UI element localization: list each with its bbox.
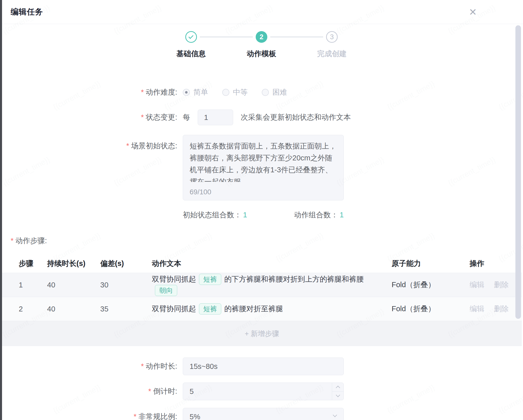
stepper-connector [200, 36, 253, 37]
action-steps-section-label: 动作步骤: [11, 236, 523, 246]
radio-icon [262, 89, 269, 96]
difficulty-row: 动作难度: 简单 中等 困难 [2, 86, 523, 99]
step-active-circle: 2 [256, 31, 267, 43]
edit-link[interactable]: 编辑 [470, 305, 484, 313]
initial-state-content: 短裤五条数据背面朝上，五条数据正面朝上，裤腰朝右，离头部视野下方至少20cm之外… [183, 135, 344, 200]
required-asterisk [141, 113, 146, 121]
edit-link[interactable]: 编辑 [470, 281, 484, 289]
cell-offset: 35 [100, 305, 152, 313]
step-number: 2 [259, 33, 263, 41]
radio-label: 简单 [193, 87, 208, 97]
char-counter: 69/100 [190, 188, 211, 196]
state-change-input[interactable] [198, 110, 233, 125]
action-duration-input-box [183, 358, 344, 375]
cell-action-text: 双臂协同抓起 短裤 的下方裤腿和裤腰对折到上方的裤腿和裤腰 朝向 [152, 274, 392, 296]
unusual-ratio-content [183, 408, 344, 420]
initial-state-textarea[interactable]: 短裤五条数据背面朝上，五条数据正面朝上，裤腰朝右，离头部视野下方至少20cm之外… [183, 135, 344, 182]
required-asterisk [134, 412, 138, 420]
state-change-row: 状态变更: 每 次采集会更新初始状态和动作文本 [2, 110, 523, 125]
required-asterisk [141, 362, 146, 370]
step-action-template: 2 动作模板 [226, 31, 297, 59]
countdown-input[interactable] [183, 383, 344, 400]
cell-duration: 40 [47, 305, 100, 313]
action-combo-label: 动作组合数： [294, 211, 338, 219]
cell-step: 2 [19, 305, 47, 313]
cell-duration: 40 [47, 281, 100, 289]
action-text: 双臂协同抓起 [152, 304, 196, 314]
action-text: 的裤腰对折至裤腿 [224, 304, 283, 314]
orientation-tag: 朝向 [155, 285, 177, 296]
cell-ops: 编辑 删除 [470, 304, 519, 314]
col-offset: 偏差(s) [100, 259, 152, 269]
initial-state-textarea-box: 短裤五条数据背面朝上，五条数据正面朝上，裤腰朝右，离头部视野下方至少20cm之外… [183, 135, 344, 200]
close-button[interactable]: ✕ [466, 6, 479, 19]
action-combo: 动作组合数：1 [294, 210, 344, 220]
cell-ability: Fold（折叠） [392, 304, 470, 314]
cell-ops: 编辑 删除 [470, 280, 519, 290]
radio-icon [183, 89, 190, 96]
cell-action-text: 双臂协同抓起 短裤 的裤腰对折至裤腿 [152, 303, 392, 314]
add-step-button[interactable]: + 新增步骤 [245, 329, 279, 339]
delete-link[interactable]: 删除 [494, 305, 509, 313]
unusual-ratio-value [183, 408, 344, 420]
spinner-up-button[interactable] [332, 383, 344, 391]
spinner-down-button[interactable] [332, 391, 344, 400]
radio-hard[interactable]: 困难 [262, 87, 287, 97]
chevron-up-icon [336, 386, 340, 390]
state-change-label: 状态变更: [2, 112, 177, 122]
radio-label: 中等 [233, 87, 248, 97]
stepper: 基础信息 2 动作模板 3 完成创建 [0, 31, 523, 59]
number-spinner [332, 383, 344, 400]
object-tag: 短裤 [199, 303, 221, 314]
initial-state-label: 场景初始状态: [2, 135, 177, 151]
col-ops: 操作 [470, 259, 519, 269]
action-duration-input[interactable] [183, 358, 344, 375]
action-steps-table: 步骤 持续时长(s) 偏差(s) 动作文本 原子能力 操作 1 40 30 双臂… [2, 254, 522, 346]
step-done-circle [185, 31, 197, 43]
action-combo-value: 1 [340, 211, 344, 219]
stepper-connector [270, 36, 323, 37]
col-step: 步骤 [19, 259, 47, 269]
table-header-row: 步骤 持续时长(s) 偏差(s) 动作文本 原子能力 操作 [2, 254, 522, 273]
delete-link[interactable]: 删除 [494, 281, 509, 289]
col-ability: 原子能力 [392, 259, 470, 269]
action-duration-content [183, 358, 344, 375]
step-pending-circle: 3 [326, 31, 338, 43]
required-asterisk [11, 237, 15, 245]
col-text: 动作文本 [152, 259, 392, 269]
step-label: 完成创建 [317, 49, 347, 59]
dialog-header: 编辑任务 ✕ [2, 0, 523, 24]
countdown-label: 倒计时: [2, 386, 177, 396]
step-number: 3 [330, 33, 334, 41]
step-basic-info: 基础信息 [156, 31, 226, 59]
step-finish-create: 3 完成创建 [297, 31, 367, 59]
add-step-band: + 新增步骤 [2, 321, 522, 346]
step-label: 动作模板 [247, 49, 276, 59]
scrollbar-thumb[interactable] [515, 25, 521, 319]
state-change-content: 每 次采集会更新初始状态和动作文本 [183, 110, 351, 125]
initial-combo-value: 1 [243, 211, 247, 219]
radio-label: 困难 [272, 87, 287, 97]
chevron-down-icon [336, 393, 340, 397]
difficulty-label: 动作难度: [2, 87, 177, 97]
cell-step: 1 [19, 281, 47, 289]
initial-state-row: 场景初始状态: 短裤五条数据背面朝上，五条数据正面朝上，裤腰朝右，离头部视野下方… [2, 135, 523, 200]
required-asterisk [126, 142, 131, 150]
required-asterisk [148, 387, 153, 395]
page-left-edge [0, 0, 2, 420]
state-change-prefix: 每 [183, 112, 190, 122]
action-text: 的下方裤腿和裤腰对折到上方的裤腿和裤腰 [224, 274, 364, 284]
close-icon: ✕ [469, 7, 477, 18]
table-row: 1 40 30 双臂协同抓起 短裤 的下方裤腿和裤腰对折到上方的裤腿和裤腰 朝向… [2, 273, 522, 297]
combos-row: 初始状态组合数：1 动作组合数：1 [2, 210, 523, 220]
object-tag: 短裤 [199, 274, 221, 285]
radio-medium[interactable]: 中等 [222, 87, 248, 97]
radio-easy[interactable]: 简单 [183, 87, 208, 97]
unusual-ratio-select[interactable] [183, 408, 344, 420]
initial-combo-label: 初始状态组合数： [183, 211, 242, 219]
cell-ability: Fold（折叠） [392, 280, 470, 290]
action-duration-label: 动作时长: [2, 361, 177, 371]
cell-offset: 30 [100, 281, 152, 289]
action-duration-row: 动作时长: [2, 358, 523, 375]
edit-task-dialog: 编辑任务 ✕ 基础信息 2 动作模板 3 完成创建 动作难度: [0, 0, 523, 420]
